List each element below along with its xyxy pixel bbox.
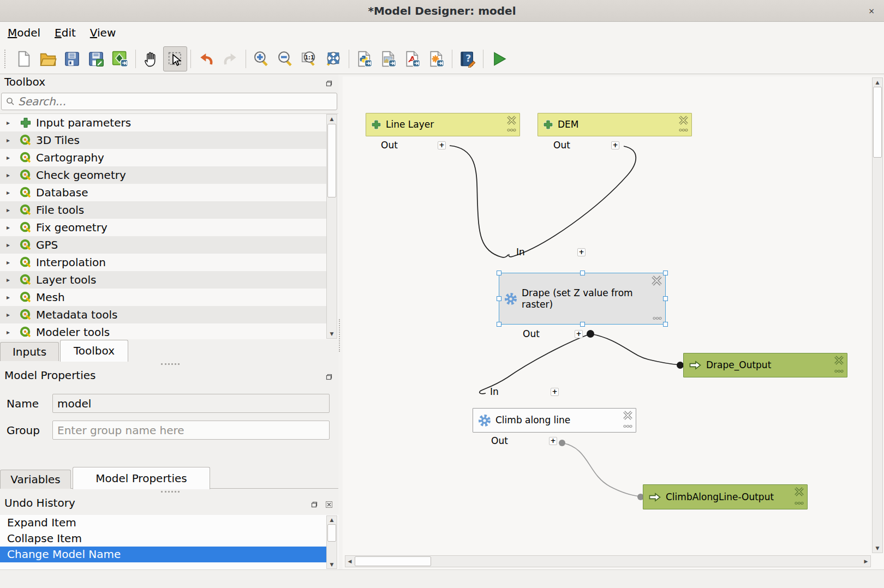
- new-model-icon[interactable]: [12, 46, 36, 71]
- pan-icon[interactable]: [139, 46, 163, 71]
- close-panel-icon[interactable]: [325, 498, 333, 506]
- float-panel-icon[interactable]: [310, 498, 318, 506]
- search-input[interactable]: [18, 95, 313, 108]
- toolbox-item-interpolation[interactable]: ▸ Interpolation: [0, 254, 326, 271]
- link-socket[interactable]: [587, 330, 594, 338]
- expand-dots-icon[interactable]: [795, 496, 804, 507]
- selection-handle[interactable]: [580, 322, 585, 327]
- zoom-full-icon[interactable]: [321, 46, 345, 71]
- undo-item-expand[interactable]: Expand Item: [0, 515, 326, 531]
- scroll-up-icon[interactable]: ▲: [327, 116, 337, 122]
- scroll-down-icon[interactable]: ▼: [327, 562, 337, 567]
- toolbox-item-file-tools[interactable]: ▸ File tools: [0, 201, 326, 219]
- port-add-button[interactable]: +: [611, 141, 619, 149]
- export-python-icon[interactable]: [353, 46, 377, 71]
- scrollbar-thumb[interactable]: [327, 124, 336, 197]
- toolbox-scrollbar[interactable]: ▲ ▼: [326, 114, 337, 339]
- scroll-down-icon[interactable]: ▼: [873, 545, 882, 551]
- scroll-down-icon[interactable]: ▼: [327, 331, 337, 337]
- link-socket[interactable]: [559, 440, 565, 446]
- scroll-left-icon[interactable]: ◀: [345, 556, 354, 567]
- expand-arrow-icon[interactable]: ▸: [7, 259, 14, 266]
- node-drape[interactable]: Drape (set Z value from raster): [499, 273, 666, 325]
- toolbox-item-check-geometry[interactable]: ▸ Check geometry: [0, 166, 326, 184]
- expand-arrow-icon[interactable]: ▸: [7, 241, 14, 249]
- expand-arrow-icon[interactable]: ▸: [7, 189, 14, 196]
- expand-dots-icon[interactable]: [623, 419, 632, 430]
- export-pdf-icon[interactable]: [401, 46, 425, 71]
- expand-arrow-icon[interactable]: ▸: [7, 154, 14, 161]
- expand-dots-icon[interactable]: [679, 123, 688, 134]
- expand-arrow-icon[interactable]: ▸: [7, 293, 14, 301]
- tab-inputs[interactable]: Inputs: [0, 342, 59, 361]
- toolbox-item-gps[interactable]: ▸ GPS: [0, 236, 326, 254]
- scrollbar-thumb[interactable]: [327, 524, 336, 542]
- edit-help-icon[interactable]: ?: [456, 46, 480, 71]
- node-dem[interactable]: DEM: [537, 113, 692, 136]
- zoom-in-icon[interactable]: [249, 46, 273, 71]
- undo-item-collapse[interactable]: Collapse Item: [0, 531, 326, 547]
- selection-handle[interactable]: [663, 296, 668, 301]
- toolbox-search[interactable]: [1, 93, 337, 110]
- selection-handle[interactable]: [580, 271, 585, 275]
- node-drape-output[interactable]: Drape_Output: [683, 353, 847, 377]
- toolbox-item-database[interactable]: ▸ Database: [0, 184, 326, 201]
- undo-item-change-model-name[interactable]: Change Model Name: [0, 547, 326, 562]
- zoom-out-icon[interactable]: [273, 46, 297, 71]
- tab-variables[interactable]: Variables: [0, 470, 71, 489]
- expand-arrow-icon[interactable]: ▸: [7, 119, 14, 127]
- selection-handle[interactable]: [663, 322, 668, 327]
- toolbox-item-layer-tools[interactable]: ▸ Layer tools: [0, 271, 326, 289]
- dock-splitter-handle[interactable]: [339, 319, 340, 352]
- scroll-up-icon[interactable]: ▲: [327, 517, 337, 523]
- toolbox-item-input-parameters[interactable]: ▸ Input parameters: [0, 114, 326, 131]
- toolbox-item-cartography[interactable]: ▸ Cartography: [0, 149, 326, 166]
- tab-model-properties[interactable]: Model Properties: [73, 467, 210, 489]
- save-in-project-icon[interactable]: [108, 46, 132, 71]
- open-model-icon[interactable]: [36, 46, 60, 71]
- expand-dots-icon[interactable]: [507, 123, 516, 134]
- expand-arrow-icon[interactable]: ▸: [7, 224, 14, 231]
- toolbox-item-fix-geometry[interactable]: ▸ Fix geometry: [0, 219, 326, 236]
- scroll-right-icon[interactable]: ▶: [862, 556, 870, 567]
- expand-arrow-icon[interactable]: ▸: [7, 136, 14, 144]
- expand-arrow-icon[interactable]: ▸: [7, 206, 14, 214]
- model-name-input[interactable]: [52, 394, 330, 413]
- menu-view[interactable]: View: [83, 24, 122, 41]
- selection-handle[interactable]: [497, 296, 501, 301]
- remove-x-icon[interactable]: [651, 275, 662, 288]
- node-line-layer[interactable]: Line Layer: [366, 113, 520, 136]
- port-add-button[interactable]: +: [438, 141, 446, 149]
- model-canvas[interactable]: Line Layer DEM Out + Out +: [343, 76, 884, 569]
- node-climb-along-line[interactable]: Climb along line: [473, 408, 636, 433]
- scrollbar-thumb[interactable]: [355, 556, 431, 566]
- port-add-button[interactable]: +: [549, 437, 557, 445]
- menu-model[interactable]: Model: [1, 24, 47, 41]
- export-svg-icon[interactable]: [425, 46, 449, 71]
- canvas-horizontal-scrollbar[interactable]: ◀ ▶: [345, 555, 871, 567]
- toolbox-item-mesh[interactable]: ▸ Mesh: [0, 289, 326, 306]
- expand-dots-icon[interactable]: [834, 364, 844, 375]
- expand-dots-icon[interactable]: [653, 311, 662, 322]
- port-add-button[interactable]: +: [551, 388, 559, 396]
- redo-icon[interactable]: [218, 46, 242, 71]
- run-model-icon[interactable]: [487, 46, 511, 71]
- panel-splitter-handle[interactable]: [161, 363, 180, 365]
- node-climbalongline-output[interactable]: ClimbAlongLine-Output: [643, 484, 808, 509]
- selection-handle[interactable]: [663, 271, 668, 275]
- selection-handle[interactable]: [497, 322, 501, 327]
- toolbox-item-metadata-tools[interactable]: ▸ Metadata tools: [0, 306, 326, 323]
- toolbar-drag-handle[interactable]: [4, 50, 8, 68]
- zoom-actual-icon[interactable]: 1:1: [297, 46, 321, 71]
- model-group-input[interactable]: [52, 421, 330, 440]
- window-close-icon[interactable]: ×: [865, 5, 877, 17]
- float-panel-icon[interactable]: [325, 77, 333, 85]
- expand-arrow-icon[interactable]: ▸: [7, 276, 14, 284]
- float-panel-icon[interactable]: [325, 370, 333, 378]
- export-image-icon[interactable]: [377, 46, 401, 71]
- scroll-up-icon[interactable]: ▲: [873, 80, 882, 85]
- port-add-button[interactable]: +: [577, 248, 586, 256]
- panel-splitter-handle[interactable]: [161, 491, 180, 493]
- menu-edit[interactable]: Edit: [48, 24, 82, 41]
- port-add-button[interactable]: +: [575, 330, 583, 338]
